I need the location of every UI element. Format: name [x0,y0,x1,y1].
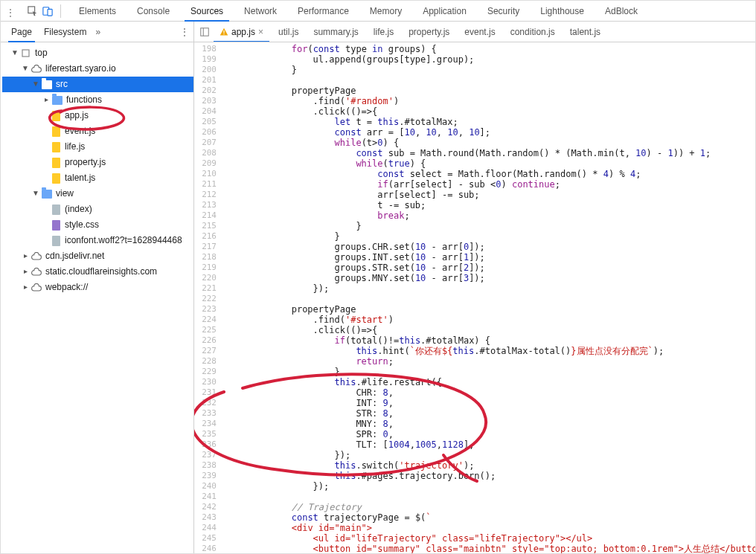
tree-caret-icon[interactable]: ▸ [42,91,50,107]
domain-cdnjsdelivrnet-icon [31,251,42,262]
tree-caret-icon[interactable]: ▸ [22,263,29,279]
tree-folder-view[interactable]: ▼view [2,186,193,202]
file-lifejs-icon [50,141,62,153]
domain-icon [31,63,42,75]
tree-file-propertyjs[interactable]: property.js [2,155,193,170]
editor-tab-utiljs[interactable]: util.js [271,22,306,42]
tree-folder-functions[interactable]: ▸functions [2,92,193,108]
devtools-panel-tabs: ElementsConsoleSourcesNetworkPerformance… [70,1,647,21]
editor-tab-lifejs[interactable]: life.js [366,22,401,42]
editor-tab-propertyjs[interactable]: property.js [401,22,457,42]
panel-tab-console[interactable]: Console [128,1,179,21]
panel-tab-lighthouse[interactable]: Lighthouse [531,1,593,21]
tree-file-appjs[interactable]: app.js [2,108,193,123]
tree-domain[interactable]: ▼liferestart.syaro.io [2,61,193,77]
tree-caret-icon[interactable]: ▼ [22,60,29,76]
tree-file-eventjs[interactable]: event.js [2,123,193,139]
close-tab-icon[interactable]: × [258,27,263,37]
tree-caret-icon[interactable]: ▼ [11,45,19,60]
folder-view-icon [41,188,53,200]
tree-file-index[interactable]: (index) [2,202,193,217]
svg-rect-2 [48,9,52,16]
domain-staticcloudflareinsightscom-icon [31,266,42,278]
tree-domain-webpack[interactable]: ▸webpack:// [2,280,193,295]
tree-folder-src[interactable]: ▼src [2,77,193,92]
tree-caret-icon[interactable]: ▸ [22,248,29,263]
tree-caret-icon[interactable]: ▸ [22,279,29,294]
chevron-right-icon[interactable]: » [95,27,100,37]
svg-rect-3 [22,50,29,57]
inspect-element-icon[interactable] [26,4,39,18]
panel-tab-performance[interactable]: Performance [289,1,358,21]
svg-rect-5 [223,30,224,33]
sources-navigator: Page Filesystem » ⋮ ▼top▼liferestart.sya… [1,22,194,553]
folder-src-icon [41,79,53,91]
file-iconfontwoff2t1628944468-icon [50,235,62,247]
top-icon [20,48,32,59]
warning-icon [220,28,228,36]
editor-tab-talentjs[interactable]: talent.js [563,22,608,42]
navigator-tab-filesystem[interactable]: Filesystem [38,22,92,42]
panel-tab-application[interactable]: Application [414,1,475,21]
file-propertyjs-icon [50,157,62,169]
panel-tab-memory[interactable]: Memory [361,1,411,21]
panel-tab-security[interactable]: Security [478,1,528,21]
tree-caret-icon[interactable]: ▼ [32,76,39,91]
tree-file-lifejs[interactable]: life.js [2,139,193,155]
file-list-icon[interactable] [197,27,212,37]
editor-tab-eventjs[interactable]: event.js [457,22,502,42]
file-talentjs-icon [50,173,62,184]
file-stylecss-icon [50,219,62,231]
tree-top[interactable]: ▼top [2,45,193,61]
file-eventjs-icon [50,126,62,138]
panel-tab-adblock[interactable]: AdBlock [596,1,647,21]
code-editor[interactable]: 198 199 200 201 202 203 204 205 206 207 … [194,42,755,553]
tree-domain-staticcloudflareinsightscom[interactable]: ▸static.cloudflareinsights.com [2,264,193,280]
devtools-toolbar: ElementsConsoleSourcesNetworkPerformance… [1,1,755,22]
tree-domain-cdnjsdelivrnet[interactable]: ▸cdn.jsdelivr.net [2,248,193,264]
editor-tab-summaryjs[interactable]: summary.js [306,22,365,42]
navigator-more-icon[interactable]: ⋮ [180,27,189,37]
tree-file-stylecss[interactable]: style.css [2,217,193,233]
navigator-tab-page[interactable]: Page [5,22,38,42]
tree-caret-icon[interactable]: ▼ [32,185,39,201]
source-editor-area: app.js×util.jssummary.jslife.jsproperty.… [194,22,755,553]
tree-file-iconfontwoff2t1628944468[interactable]: iconfont.woff2?t=1628944468 [2,233,193,248]
editor-tab-conditionjs[interactable]: condition.js [503,22,563,42]
file-index-icon [50,204,62,216]
svg-rect-4 [201,28,209,36]
device-toolbar-icon[interactable] [41,4,54,18]
folder-functions-icon [51,94,63,106]
panel-tab-sources[interactable]: Sources [182,1,232,21]
kebab-menu-icon[interactable]: ⋮ [4,5,17,19]
panel-tab-network[interactable]: Network [235,1,286,21]
domain-webpack-icon [31,282,42,294]
svg-rect-6 [223,33,224,34]
tree-file-talentjs[interactable]: talent.js [2,170,193,186]
editor-tab-appjs[interactable]: app.js× [212,22,271,42]
file-appjs-icon [50,110,62,122]
editor-tabstrip: app.js×util.jssummary.jslife.jsproperty.… [194,22,755,42]
panel-tab-elements[interactable]: Elements [70,1,125,21]
